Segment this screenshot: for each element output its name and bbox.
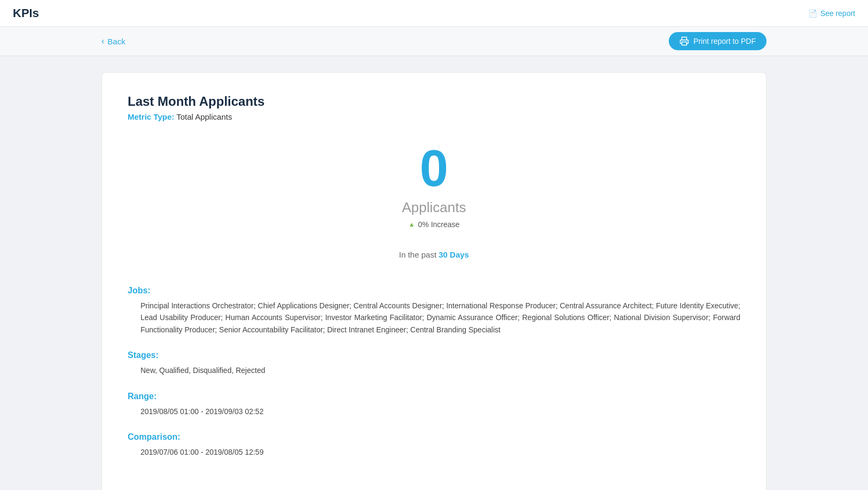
see-report-label: See report <box>820 9 855 18</box>
jobs-value: Principal Interactions Orchestrator; Chi… <box>128 300 740 336</box>
file-icon: 📄 <box>808 9 817 18</box>
back-arrow-icon: ‹ <box>101 36 104 46</box>
details-section: Jobs: Principal Interactions Orchestrato… <box>128 286 740 458</box>
increase-row: ▲ 0% Increase <box>409 220 460 229</box>
stages-group: Stages: New, Qualified, Disqualified, Re… <box>128 351 740 376</box>
main-content: Last Month Applicants Metric Type: Total… <box>0 56 868 490</box>
back-link[interactable]: ‹ Back <box>101 36 126 46</box>
stages-value: New, Qualified, Disqualified, Rejected <box>128 364 740 376</box>
print-button-label: Print report to PDF <box>693 37 756 45</box>
big-number-section: 0 Applicants ▲ 0% Increase In the past 3… <box>128 143 740 259</box>
metric-type-value: Total Applicants <box>176 112 232 121</box>
see-report-link[interactable]: 📄 See report <box>808 9 855 18</box>
svg-rect-0 <box>682 42 687 45</box>
sub-header: ‹ Back Print report to PDF <box>0 27 868 56</box>
comparison-value: 2019/07/06 01:00 - 2019/08/05 12:59 <box>128 446 740 458</box>
top-header: KPIs 📄 See report <box>0 0 868 27</box>
applicant-count: 0 <box>420 143 448 194</box>
days-value: 30 Days <box>439 250 469 259</box>
in-past-prefix: In the past <box>399 250 436 259</box>
range-value: 2019/08/05 01:00 - 2019/09/03 02:52 <box>128 406 740 417</box>
comparison-group: Comparison: 2019/07/06 01:00 - 2019/08/0… <box>128 432 740 458</box>
applicants-label: Applicants <box>402 199 466 216</box>
print-icon <box>679 36 689 46</box>
metric-type-row: Metric Type: Total Applicants <box>128 112 740 121</box>
range-label: Range: <box>128 392 740 401</box>
jobs-label: Jobs: <box>128 286 740 295</box>
jobs-group: Jobs: Principal Interactions Orchestrato… <box>128 286 740 336</box>
page-title: KPIs <box>13 6 39 20</box>
back-label: Back <box>107 37 125 46</box>
report-title: Last Month Applicants <box>128 94 740 109</box>
comparison-label: Comparison: <box>128 432 740 442</box>
stages-label: Stages: <box>128 351 740 360</box>
report-card: Last Month Applicants Metric Type: Total… <box>101 72 767 490</box>
metric-type-label: Metric Type: <box>128 112 174 121</box>
range-group: Range: 2019/08/05 01:00 - 2019/09/03 02:… <box>128 392 740 417</box>
increase-arrow-icon: ▲ <box>409 221 415 228</box>
in-past-row: In the past 30 Days <box>399 250 469 259</box>
increase-text: 0% Increase <box>418 220 460 229</box>
print-pdf-button[interactable]: Print report to PDF <box>669 32 767 50</box>
